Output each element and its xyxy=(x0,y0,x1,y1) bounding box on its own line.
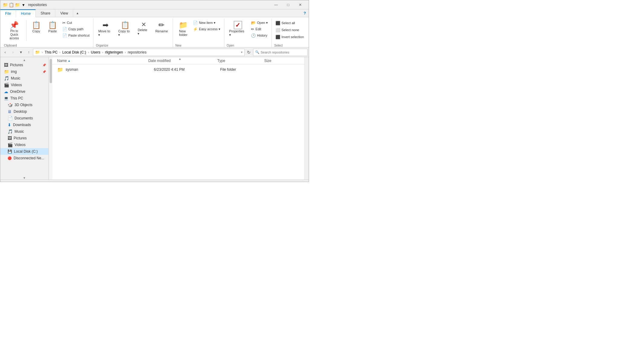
status-bar: 1 item ⊞ ≡ xyxy=(0,180,309,182)
delete-button[interactable]: ✕ Delete ▾ xyxy=(135,20,152,37)
cut-button[interactable]: ✂ Cut xyxy=(61,20,91,26)
edit-icon: ✏ xyxy=(251,27,254,31)
sidebar-item-pictures[interactable]: 🖼 Pictures xyxy=(0,135,48,141)
sidebar-item-thispc[interactable]: 💻 This PC xyxy=(0,95,48,102)
move-to-button[interactable]: ➡ Move to ▾ xyxy=(96,20,115,38)
history-button[interactable]: 🕐 History xyxy=(250,32,269,38)
sidebar-scrollbar[interactable] xyxy=(49,57,52,180)
pictures2-icon: 🖼 xyxy=(8,136,12,141)
address-current[interactable]: repositories xyxy=(128,50,146,54)
address-sep-3: › xyxy=(88,50,89,54)
column-type[interactable]: Type xyxy=(215,59,262,63)
column-name[interactable]: Name ▲ xyxy=(57,59,145,63)
sidebar-item-music-quick[interactable]: 🎵 Music xyxy=(0,75,48,82)
paste-shortcut-button[interactable]: 📄 Paste shortcut xyxy=(61,32,91,38)
column-size[interactable]: Size xyxy=(262,59,300,63)
videos2-icon: 🎬 xyxy=(8,142,13,147)
paste-shortcut-icon: 📄 xyxy=(62,33,67,38)
quick-access-dropdown[interactable]: ▾ xyxy=(21,2,26,7)
minimize-ribbon-button[interactable]: ▲ xyxy=(74,9,80,17)
new-buttons: 📁 Newfolder 📄 New item ▾ ⚡ Easy access ▾ xyxy=(175,20,222,41)
invert-selection-button[interactable]: ⬛ Invert selection xyxy=(274,34,305,40)
close-button[interactable]: ✕ xyxy=(294,0,306,9)
sidebar-item-desktop[interactable]: 🖥 Desktop xyxy=(0,108,48,115)
select-all-label: Select all xyxy=(281,21,295,25)
copy-label: Copy xyxy=(32,29,40,33)
new-item-label: New item ▾ xyxy=(199,21,216,25)
sidebar-item-documents[interactable]: 📄 Documents xyxy=(0,115,48,122)
new-item-icon: 📄 xyxy=(193,21,198,25)
sidebar-item-3dobjects[interactable]: 🎲 3D Objects xyxy=(0,102,48,108)
pin-label: Pin to Quickaccess xyxy=(6,29,22,40)
tab-view[interactable]: View xyxy=(55,9,73,17)
recent-locations-button[interactable]: ▾ xyxy=(17,49,24,56)
sort-direction-arrow: ▲ xyxy=(68,59,70,62)
title-bar: 📁 📋 📁 ▾ repositories — □ ✕ xyxy=(0,0,309,9)
address-users[interactable]: Users xyxy=(91,50,100,54)
minimize-button[interactable]: — xyxy=(270,0,282,9)
content-scrollbar[interactable] xyxy=(304,57,309,180)
address-localdisk[interactable]: Local Disk (C:) xyxy=(62,50,86,54)
easy-access-icon: ⚡ xyxy=(193,27,198,31)
help-button[interactable]: ? xyxy=(301,9,309,17)
select-none-button[interactable]: ⬜ Select none xyxy=(274,27,305,33)
properties-label: Properties ▾ xyxy=(229,29,247,37)
music-quick-label: Music xyxy=(11,76,20,80)
tab-home[interactable]: Home xyxy=(16,9,36,17)
search-input[interactable] xyxy=(261,50,305,54)
search-box[interactable]: 🔍 xyxy=(253,49,307,56)
up-button[interactable]: ↑ xyxy=(25,49,32,56)
address-username[interactable]: rligteringen xyxy=(105,50,123,54)
address-dropdown-arrow[interactable]: ▾ xyxy=(241,50,242,54)
select-all-button[interactable]: ⬛ Select all xyxy=(274,20,305,26)
file-row-sysman[interactable]: 📁 sysman 6/23/2020 4:41 PM File folder xyxy=(52,66,304,73)
details-view-button[interactable]: ⊞ xyxy=(295,180,300,182)
img-folder-icon: 📁 xyxy=(4,69,9,74)
select-label: Select xyxy=(274,43,283,47)
rename-button[interactable]: ✏ Rename xyxy=(153,20,170,34)
address-sep-4: › xyxy=(102,50,103,54)
address-bar-controls: ▾ xyxy=(241,50,242,54)
new-item-button[interactable]: 📄 New item ▾ xyxy=(192,20,222,26)
pin-to-quick-access-button[interactable]: 📌 Pin to Quickaccess xyxy=(4,20,24,41)
sidebar-item-disconnected[interactable]: 🔴 Disconnected Ne... xyxy=(0,155,48,161)
sidebar-item-onedrive[interactable]: ☁ OneDrive xyxy=(0,88,48,95)
file-list-body: 📁 sysman 6/23/2020 4:41 PM File folder xyxy=(52,64,304,180)
sidebar-scroll-down[interactable]: ▼ xyxy=(0,176,48,180)
sidebar-item-img[interactable]: 📁 img 📌 xyxy=(0,68,48,75)
copy-icon: 📋 xyxy=(32,21,41,29)
address-bar[interactable]: 📁 › This PC › Local Disk (C:) › Users › … xyxy=(33,49,245,56)
forward-button[interactable]: › xyxy=(9,49,17,56)
copy-path-icon: 📄 xyxy=(62,27,67,31)
organize-label: Organize xyxy=(96,43,108,47)
copy-path-button[interactable]: 📄 Copy path xyxy=(61,26,91,32)
sidebar-item-pictures-quick[interactable]: 🖼 Pictures 📌 xyxy=(0,62,48,68)
properties-button[interactable]: ✓ Properties ▾ xyxy=(227,20,249,38)
open-button[interactable]: 📂 Open ▾ xyxy=(250,20,269,26)
open-icon: 📂 xyxy=(251,21,256,25)
sidebar-scroll-up[interactable]: ▲ xyxy=(0,58,48,62)
new-folder-button[interactable]: 📁 Newfolder xyxy=(175,20,191,38)
paste-button[interactable]: 📋 Paste xyxy=(45,20,60,34)
address-thispc[interactable]: This PC xyxy=(45,50,58,54)
sidebar-item-videos-quick[interactable]: 🎬 Videos xyxy=(0,82,48,88)
open-label: Open ▾ xyxy=(257,21,268,25)
maximize-button[interactable]: □ xyxy=(282,0,294,9)
videos2-label: Videos xyxy=(15,143,25,147)
tab-share[interactable]: Share xyxy=(36,9,55,17)
edit-button[interactable]: ✏ Edit xyxy=(250,26,269,32)
sidebar-item-music[interactable]: 🎵 Music xyxy=(0,128,48,135)
copy-to-button[interactable]: 📋 Copy to ▾ xyxy=(116,20,135,38)
back-button[interactable]: ‹ xyxy=(2,49,9,56)
sidebar-item-localdisk[interactable]: 💾 Local Disk (C:) xyxy=(0,148,48,155)
sidebar-item-videos[interactable]: 🎬 Videos xyxy=(0,141,48,148)
sysman-date: 6/23/2020 4:41 PM xyxy=(154,67,220,72)
easy-access-button[interactable]: ⚡ Easy access ▾ xyxy=(192,26,222,32)
copy-button[interactable]: 📋 Copy xyxy=(28,20,44,34)
ribbon-group-select: ⬛ Select all ⬜ Select none ⬛ Invert sele… xyxy=(272,18,307,47)
large-icons-view-button[interactable]: ≡ xyxy=(301,180,306,182)
open-small-buttons: 📂 Open ▾ ✏ Edit 🕐 History xyxy=(250,20,269,38)
sidebar-item-downloads[interactable]: ⬇ Downloads xyxy=(0,122,48,128)
refresh-button[interactable]: ↻ xyxy=(245,49,252,56)
tab-file[interactable]: File xyxy=(0,9,16,17)
